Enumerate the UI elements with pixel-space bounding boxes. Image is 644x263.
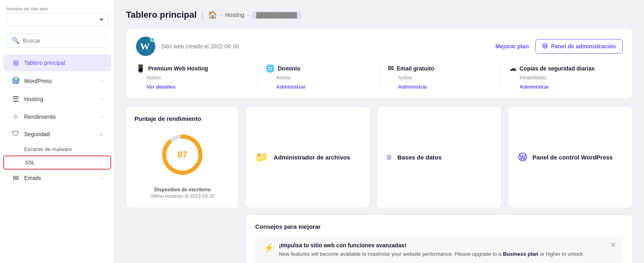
sidebar-item-rendimiento[interactable]: ○ Rendimiento › [3, 108, 111, 125]
feature-email-status: Activo [398, 75, 493, 81]
feature-backup-link[interactable]: Administrar [520, 84, 615, 90]
search-icon: 🔍 [12, 37, 20, 44]
tip-icon: ⚡ [263, 243, 274, 253]
online-dot [150, 37, 155, 42]
sidebar-item-label: Seguridad [24, 131, 50, 137]
performance-card: Puntaje de rendimiento 87 Dispositivo de… [126, 106, 239, 208]
feature-hosting-label: 📱 Premium Web Hosting [136, 64, 249, 73]
domain-feature-icon: 🌐 [266, 64, 275, 73]
header-divider: | [202, 11, 204, 19]
file-manager-label: Administrador de archivos [274, 154, 350, 161]
upgrade-link[interactable]: Mejorar plan [495, 43, 529, 50]
feature-email-label: ✉ Email gratuito [388, 64, 493, 73]
file-manager-card[interactable]: 📁 Administrador de archivos [245, 106, 370, 208]
sidebar-item-hosting[interactable]: ☰ Hosting › [3, 91, 111, 108]
tip-close-button[interactable]: ✕ [610, 240, 616, 249]
sidebar-subitem-malware[interactable]: Escáner de malware [3, 143, 111, 155]
sidebar-item-label: Emails [24, 175, 41, 181]
wp-control-card[interactable]: Ⓦ Panel de control WordPress [508, 106, 633, 208]
site-name-select[interactable] [6, 13, 108, 27]
wp-control-icon: Ⓦ [518, 151, 527, 164]
file-manager-icon: 📁 [255, 151, 268, 164]
chevron-right-icon: › [101, 96, 103, 102]
breadcrumb: 🏠 – Hosting – ███████████ [208, 10, 301, 19]
dashboard-icon: ⊞ [11, 58, 20, 67]
sidebar-item-label: Rendimiento [24, 114, 56, 120]
email-feature-icon: ✉ [388, 64, 394, 73]
home-icon[interactable]: 🏠 [208, 10, 217, 19]
site-created-text: Sitio web creado el 2022-06-30 [161, 43, 239, 50]
hosting-feature-icon: 📱 [136, 64, 145, 73]
databases-card[interactable]: ≡ Bases de datos [376, 106, 501, 208]
breadcrumb-site: ███████████ [252, 11, 301, 19]
wordpress-icon: Ⓦ [11, 76, 20, 86]
security-icon: 🛡 [11, 130, 20, 138]
feature-hosting-link[interactable]: Ver detalles [147, 84, 249, 90]
page-header: Tablero principal | 🏠 – Hosting – ██████… [126, 10, 633, 20]
emails-icon: ✉ [11, 174, 20, 182]
sidebar-item-label: WordPress [24, 78, 52, 84]
tip-body: New features will become available to ma… [279, 250, 584, 258]
sidebar-subitem-ssl[interactable]: SSL [3, 155, 111, 170]
tip-title: ¡Impulsa tu sitio web con funciones avan… [279, 242, 584, 249]
page-title: Tablero principal [126, 10, 197, 20]
wp-logo-wrap: W [136, 37, 155, 56]
admin-panel-button[interactable]: Ⓦ Panel de administración [535, 39, 623, 54]
feature-email-link[interactable]: Administrar [398, 84, 493, 90]
feature-domain-status: Activo [276, 75, 371, 81]
donut-chart: 87 [160, 133, 204, 177]
feature-domain: 🌐 Dominio Activo Administrar [258, 64, 379, 90]
perf-device: Dispositivo de escritorio Último escaneo… [134, 186, 230, 200]
sidebar: Nombre del sitio web 🔍 ⊞ Tablero princip… [0, 0, 115, 263]
feature-domain-label: 🌐 Dominio [266, 64, 371, 73]
svg-text:W: W [140, 41, 150, 52]
main-content: Tablero principal | 🏠 – Hosting – ██████… [115, 0, 644, 263]
sidebar-item-emails[interactable]: ✉ Emails › [3, 170, 111, 186]
feature-backup: ☁ Copias de seguridad diarias Inhabilita… [501, 64, 623, 90]
feature-email: ✉ Email gratuito Activo Administrar [380, 64, 501, 90]
search-input[interactable] [23, 37, 103, 44]
chevron-right-icon: › [101, 78, 103, 84]
admin-panel-label: Panel de administración [551, 43, 616, 50]
chevron-down-icon: ∨ [99, 131, 103, 137]
feature-backup-status: Inhabilitado [520, 75, 615, 81]
sidebar-item-wordpress[interactable]: Ⓦ WordPress › [3, 72, 111, 90]
sidebar-item-seguridad[interactable]: 🛡 Seguridad ∨ [3, 126, 111, 142]
breadcrumb-hosting[interactable]: Hosting [225, 12, 244, 18]
feature-domain-link[interactable]: Administrar [276, 84, 371, 90]
site-actions: Mejorar plan Ⓦ Panel de administración [495, 39, 623, 54]
tip-banner: ⚡ ¡Impulsa tu sitio web con funciones av… [255, 236, 623, 263]
search-box: 🔍 [6, 33, 108, 48]
tips-title: Consejos para mejorar [255, 223, 623, 230]
backup-feature-icon: ☁ [509, 64, 516, 73]
chevron-right-icon: › [101, 175, 103, 181]
wp-icon-small: Ⓦ [542, 43, 548, 50]
site-info-row: W Sitio web creado el 2022-06-30 Mejorar… [136, 37, 623, 56]
databases-label: Bases de datos [397, 154, 442, 161]
sidebar-item-label: Tablero principal [24, 60, 65, 66]
feature-hosting: 📱 Premium Web Hosting Activo Ver detalle… [136, 64, 258, 90]
chevron-right-icon: › [101, 114, 103, 120]
wp-control-label: Panel de control WordPress [533, 154, 613, 161]
top-card: W Sitio web creado el 2022-06-30 Mejorar… [126, 28, 633, 98]
breadcrumb-sep: – [219, 12, 223, 18]
performance-icon: ○ [11, 112, 20, 121]
tip-text: ¡Impulsa tu sitio web con funciones avan… [279, 242, 584, 258]
databases-icon: ≡ [386, 152, 392, 163]
sidebar-item-label: Hosting [24, 96, 43, 102]
tips-section: Consejos para mejorar ⚡ ¡Impulsa tu siti… [245, 215, 633, 263]
feature-hosting-status: Activo [147, 75, 249, 81]
features-row: 📱 Premium Web Hosting Activo Ver detalle… [136, 64, 623, 90]
bottom-grid: Puntaje de rendimiento 87 Dispositivo de… [126, 106, 633, 263]
perf-score: 87 [178, 149, 187, 160]
feature-backup-label: ☁ Copias de seguridad diarias [509, 64, 615, 73]
perf-card-title: Puntaje de rendimiento [134, 115, 230, 123]
site-name-label: Nombre del sitio web [0, 6, 114, 11]
donut-wrap: 87 [134, 128, 230, 182]
sidebar-item-tablero[interactable]: ⊞ Tablero principal [3, 54, 111, 71]
tip-highlight: Business plan [503, 251, 538, 257]
hosting-icon: ☰ [11, 95, 20, 104]
breadcrumb-sep2: – [247, 12, 250, 18]
